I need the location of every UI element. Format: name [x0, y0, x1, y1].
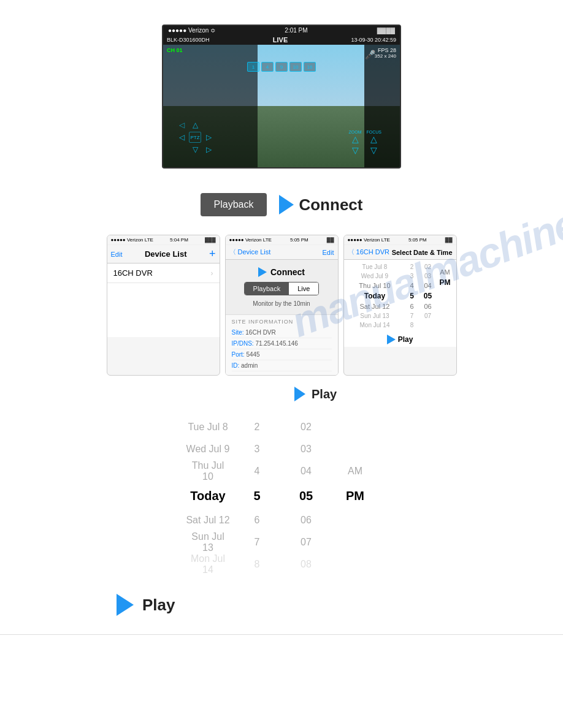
lp-num-today: 5: [232, 489, 282, 503]
picker-row-2: Wed Jul 9: [347, 271, 404, 281]
num-row-3: 4: [405, 281, 419, 290]
playback-toggle-btn[interactable]: Playback: [245, 282, 289, 295]
ampm-row-today[interactable]: PM: [437, 277, 454, 288]
lp-date-today: Today: [183, 489, 232, 503]
ch-btn-1[interactable]: 1: [247, 62, 259, 72]
chevron-icon: ›: [211, 269, 213, 278]
device-name: BLK-D301600DH: [167, 37, 210, 43]
playback-live-toggle: Playback Live: [244, 282, 320, 295]
ptz-up-left[interactable]: ◁: [175, 119, 188, 131]
picker-row-1: Tue Jul 8: [347, 262, 404, 271]
time-label: 2:01 PM: [285, 27, 307, 34]
device-list-content: 16CH DVR ›: [107, 264, 220, 337]
zoom-label: ZOOM: [349, 130, 362, 134]
time-row-today[interactable]: 05: [421, 290, 435, 301]
nav-bar-p2: 〈 Device List Edit: [226, 245, 338, 260]
large-picker-row-1: Tue Jul 8 2 02: [183, 416, 380, 438]
phone-date-time: ●●●●● Verizon LTE 5:05 PM ▓▓ 〈 16CH DVR …: [343, 235, 457, 376]
ptz-down[interactable]: ▽: [189, 144, 201, 155]
ch-btn-9[interactable]: 9: [275, 62, 288, 72]
picker-area: Tue Jul 8 Wed Jul 9 Thu Jul 10 Today Sat…: [344, 260, 456, 332]
ptz-up[interactable]: △: [189, 119, 201, 131]
channel-buttons: 1 4 9 10 16: [247, 62, 316, 72]
lp-num-3: 4: [232, 466, 282, 477]
connect-label: Connect: [299, 195, 362, 214]
site-info-title: SITE INFORMATION: [232, 319, 332, 325]
ch-btn-4[interactable]: 4: [261, 62, 274, 72]
num-row-today[interactable]: 5: [405, 290, 419, 301]
focus-label: FOCUS: [367, 130, 382, 134]
date-col: Tue Jul 8 Wed Jul 9 Thu Jul 10 Today Sat…: [347, 262, 404, 330]
date-time-picker: Tue Jul 8 Wed Jul 9 Thu Jul 10 Today Sat…: [344, 260, 456, 347]
ch-btn-16[interactable]: 16: [304, 62, 316, 72]
focus-out[interactable]: ▽: [370, 145, 377, 155]
device-name-item: 16CH DVR: [113, 268, 153, 278]
time-row-7: [421, 320, 435, 323]
lp-ampm-today: PM: [331, 489, 380, 503]
ptz-right[interactable]: ▷: [202, 132, 215, 143]
play-btn-p3[interactable]: Play: [344, 332, 456, 347]
camera-screenshot: ●●●●● Verizon ≎ 2:01 PM ▓▓▓▓ BLK-D301600…: [162, 25, 401, 169]
dvr-detail-content: Connect Playback Live Monitor by the 10m…: [226, 260, 338, 375]
back-btn-p2[interactable]: 〈 Device List: [229, 248, 271, 257]
time-row-2: 03: [421, 271, 435, 281]
ch-btn-10[interactable]: 10: [289, 62, 302, 72]
edit-btn-p2[interactable]: Edit: [323, 249, 334, 256]
live-mode: LIVE: [273, 36, 288, 44]
bottom-divider: [0, 634, 563, 635]
picker-row-today[interactable]: Today: [347, 290, 404, 301]
play-label-p3: Play: [398, 335, 413, 344]
zoom-out[interactable]: ▽: [352, 145, 359, 155]
lp-time-7: 08: [282, 559, 331, 570]
site-info-section: SITE INFORMATION Site: 16CH DVR IP/DNS: …: [226, 314, 338, 375]
ptz-left[interactable]: ◁: [175, 132, 188, 143]
add-device-btn[interactable]: +: [209, 248, 216, 260]
num-col: 2 3 4 5 6 7 8: [405, 262, 419, 330]
num-row-2: 3: [405, 271, 419, 281]
lp-time-3: 04: [282, 466, 331, 477]
focus-in[interactable]: △: [370, 134, 377, 144]
num-row-6: 7: [405, 311, 419, 320]
playback-button[interactable]: Playback: [201, 193, 267, 216]
zoom-focus-controls: ZOOM △ ▽ FOCUS △ ▽: [349, 130, 382, 155]
id-row: ID: admin: [232, 360, 332, 371]
back-btn-p3[interactable]: 〈 16CH DVR: [348, 248, 389, 257]
ampm-row-7: [437, 293, 454, 295]
lp-date-1: Tue Jul 8: [183, 422, 232, 433]
phone-dvr-detail: ●●●●● Verizon LTE 5:05 PM ▓▓ 〈 Device Li…: [225, 235, 339, 376]
large-picker-row-today[interactable]: Today 5 05 PM: [183, 482, 380, 509]
ptz-controls: ◁ △ ◁ PTZ ▷ ▽ ▷: [175, 119, 215, 155]
zoom-in[interactable]: △: [352, 134, 359, 144]
time-row-3: 04: [421, 281, 435, 290]
lp-time-5: 06: [282, 515, 331, 526]
lp-time-2: 03: [282, 444, 331, 455]
connect-btn[interactable]: Connect: [258, 267, 305, 277]
large-picker-table: Tue Jul 8 2 02 Wed Jul 9 3 03 Thu Jul 10…: [183, 416, 380, 575]
carrier-p1: ●●●●● Verizon LTE: [111, 237, 153, 243]
status-bar-p3: ●●●●● Verizon LTE 5:05 PM ▓▓: [344, 235, 456, 245]
ip-row: IP/DNS: 71.254.145.146: [232, 338, 332, 349]
ptz-down-right[interactable]: ▷: [202, 144, 215, 155]
lp-num-5: 6: [232, 515, 282, 526]
picker-row-5: Sat Jul 12: [347, 301, 404, 311]
picker-row-7: Mon Jul 14: [347, 320, 404, 330]
time-row-5: 06: [421, 301, 435, 311]
lp-date-3: Thu Jul 10: [183, 460, 232, 482]
live-toggle-btn[interactable]: Live: [289, 282, 318, 295]
large-play-text[interactable]: Play: [142, 596, 175, 615]
picker-row-3: Thu Jul 10: [347, 281, 404, 290]
lp-num-7: 8: [232, 559, 282, 570]
large-play-section: Play: [0, 582, 563, 628]
large-picker-row-6: Sun Jul 13 7 07: [183, 531, 380, 553]
lp-num-1: 2: [232, 422, 282, 433]
fps-label: FPS 28: [378, 47, 396, 53]
lp-time-today: 05: [282, 489, 331, 503]
nav-title-p3: Select Date & Time: [392, 249, 453, 256]
large-picker-row-7: Mon Jul 14 8 08: [183, 553, 380, 575]
time-p3: 5:05 PM: [408, 237, 427, 243]
connect-area: Connect Playback Live Monitor by the 10m…: [226, 260, 338, 314]
camera-section: ●●●●● Verizon ≎ 2:01 PM ▓▓▓▓ BLK-D301600…: [0, 0, 563, 181]
lp-date-6: Sun Jul 13: [183, 531, 232, 553]
device-list-item[interactable]: 16CH DVR ›: [107, 264, 220, 283]
edit-btn-p1[interactable]: Edit: [111, 251, 123, 258]
